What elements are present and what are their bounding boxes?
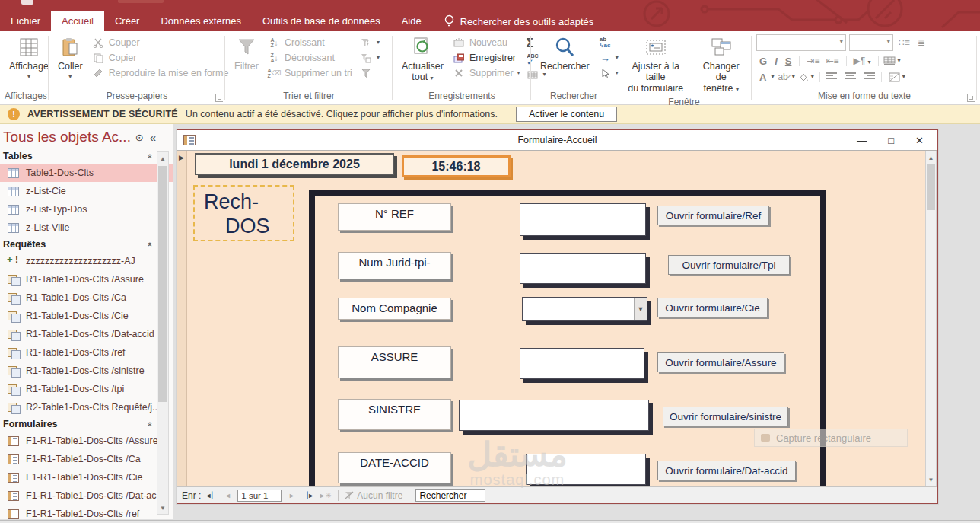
last-record-icon[interactable]: ▕► [301, 490, 315, 502]
copy-button[interactable]: Copier [92, 52, 229, 64]
open-form-dat-accid-button[interactable]: Ouvrir formulaire/Dat-accid [657, 461, 796, 480]
record-position[interactable]: 1 sur 1 [237, 490, 282, 502]
dat-accid-input-field[interactable] [527, 454, 645, 484]
scrollbar-thumb[interactable] [158, 166, 167, 402]
open-form-ref-button[interactable]: Ouvrir formulaire/Ref [657, 206, 769, 225]
goto-button[interactable]: →▾ [599, 52, 619, 64]
text-direction-icon[interactable]: ▶¶ ▾ [851, 56, 873, 66]
tpi-input-field[interactable] [520, 254, 645, 283]
assure-input-field[interactable] [520, 349, 644, 378]
select-button[interactable]: ▾ [599, 67, 619, 79]
scroll-up-icon[interactable]: ▲ [158, 152, 168, 164]
font-size-combo[interactable] [849, 34, 893, 51]
ref-input[interactable] [520, 203, 646, 236]
remove-sort-button[interactable]: AZ⌫ Supprimer un tri [268, 67, 352, 79]
nav-item-form[interactable]: F1-R1-Table1-Dos-Clts /ref [0, 505, 173, 519]
nav-item-table[interactable]: z-List-Typ-Dos [0, 200, 173, 218]
selection-filter-button[interactable]: ▾ [360, 37, 380, 49]
italic-button[interactable]: I [772, 56, 781, 67]
advanced-filter-button[interactable]: ▾ [360, 52, 380, 64]
scrollbar-thumb[interactable] [927, 164, 935, 210]
close-icon[interactable]: ✕ [915, 136, 924, 145]
tpi-input[interactable] [520, 253, 646, 284]
dat-accid-input[interactable] [526, 454, 646, 485]
sinistre-input[interactable] [459, 400, 649, 431]
nav-item-form[interactable]: F1-R1-Table1-Dos-Clts /Dat-ac... [0, 486, 173, 505]
fill-bucket-icon[interactable] [797, 71, 810, 83]
switch-windows-button[interactable]: Changer defenêtre ▾ [695, 34, 747, 95]
underline-button[interactable]: S [782, 56, 795, 67]
no-filter-indicator[interactable]: Aucun filtre [345, 490, 402, 501]
view-button[interactable]: Affichage ▾ [5, 34, 53, 81]
new-blank-record-icon[interactable]: ►✳ [318, 490, 332, 502]
tab-aide[interactable]: Aide [391, 11, 432, 31]
bold-button[interactable]: G [756, 56, 770, 67]
form-window-titlebar[interactable]: Formulaire-Accueil — □ ✕ [177, 130, 937, 151]
cut-button[interactable]: Couper [92, 37, 229, 49]
indent-decrease-icon[interactable]: ⇤≡ [823, 56, 841, 66]
replace-button[interactable]: ab↳ac [599, 37, 619, 49]
sort-descending-button[interactable]: ZA↓ Décroissant [268, 52, 352, 64]
nav-section-formulaires[interactable]: Formulaires » [0, 416, 173, 432]
filter-button[interactable]: Filtrer [230, 34, 263, 73]
find-button[interactable]: Rechercher [536, 34, 594, 73]
combo-dropdown-icon[interactable]: ▼ [634, 298, 647, 320]
nav-item-table[interactable]: z-List-Ville [0, 218, 173, 237]
nav-item-query[interactable]: R1-Table1-Dos-Clts /sinistre [0, 362, 173, 380]
minimize-icon[interactable]: — [857, 136, 867, 145]
record-selector-strip[interactable] [177, 151, 187, 486]
scroll-down-icon[interactable]: ▼ [158, 502, 168, 514]
nav-scrollbar[interactable]: ▲ ▼ [157, 151, 169, 515]
nav-item-form[interactable]: F1-R1-Table1-Dos-Clts /Cie [0, 468, 173, 486]
enable-content-button[interactable]: Activer le contenu [516, 107, 617, 122]
nav-item-query[interactable]: R1-Table1-Dos-Clts /ref [0, 343, 173, 362]
sort-ascending-button[interactable]: AZ↓ Croissant [268, 37, 352, 49]
tab-outils-bdd[interactable]: Outils de base de données [252, 11, 391, 31]
nav-item-table[interactable]: Table1-Dos-Clts [0, 164, 173, 182]
nav-item-query[interactable]: R1-Table1-Dos-Clts /Dat-accid [0, 325, 173, 343]
numbered-list-icon[interactable]: ≣ [915, 37, 928, 48]
toggle-filter-button[interactable] [360, 67, 380, 79]
nav-item-query[interactable]: R1-Table1-Dos-Clts /Cie [0, 307, 173, 325]
refresh-all-button[interactable]: Actualisertout ▾ [397, 34, 448, 85]
highlight-button[interactable]: ab̷ [775, 72, 790, 82]
tab-fichier[interactable]: Fichier [0, 11, 51, 31]
nav-item-form[interactable]: F1-R1-Table1-Dos-Clts /Ca [0, 450, 173, 468]
nav-section-requetes[interactable]: Requêtes » [0, 237, 173, 252]
previous-record-icon[interactable]: ◄ [221, 490, 234, 502]
delete-record-button[interactable]: Supprimer ▾ [453, 67, 520, 79]
format-painter-button[interactable]: Reproduire la mise en forme [92, 67, 229, 79]
nav-item-table[interactable]: z-List-Cie [0, 182, 173, 200]
ref-input-field[interactable] [520, 204, 645, 235]
nav-item-query[interactable]: R1-Table1-Dos-Clts /Assure [0, 270, 173, 289]
dialog-launcher-icon[interactable] [215, 94, 223, 102]
font-name-combo[interactable] [756, 34, 846, 51]
next-record-icon[interactable]: ► [285, 490, 298, 502]
tell-me-search[interactable]: Rechercher des outils adaptés [444, 11, 594, 31]
open-form-tpi-button[interactable]: Ouvrir formulaire/Tpi [668, 255, 790, 275]
nav-item-query[interactable]: R1-Table1-Dos-Clts /tpi [0, 380, 173, 398]
new-record-button[interactable]: Nouveau [453, 37, 520, 49]
align-left-icon[interactable] [826, 72, 837, 81]
nav-section-tables[interactable]: Tables » [0, 148, 173, 164]
sinistre-input-field[interactable] [460, 400, 648, 430]
nav-menu-icon[interactable]: ⊙ [135, 132, 144, 143]
paste-button[interactable]: Coller ▾ [53, 34, 88, 81]
background-image-icon[interactable] [888, 71, 901, 83]
bullet-list-icon[interactable]: ∷≡ [896, 37, 912, 48]
gridlines-icon[interactable] [883, 55, 896, 67]
align-right-icon[interactable] [864, 72, 875, 81]
size-to-fit-button[interactable]: Ajuster à la tailledu formulaire [621, 34, 690, 95]
record-search-input[interactable]: Rechercher [415, 489, 485, 502]
font-color-button[interactable]: A [756, 72, 769, 83]
form-scrollbar[interactable]: ▲ ▼ [925, 151, 937, 486]
save-record-button[interactable]: Enregistrer [453, 52, 520, 64]
compagnie-combo[interactable]: ▼ [522, 297, 648, 321]
nav-pane-header[interactable]: Tous les objets Ac... ⊙ « [0, 124, 173, 148]
indent-increase-icon[interactable]: ⇥≡ [804, 56, 822, 66]
open-form-assure-button[interactable]: Ouvrir formulaire/Assure [657, 352, 784, 372]
nav-item-query[interactable]: R2-Table1-Dos-Clts Requête/j... [0, 398, 173, 416]
compagnie-combo-field[interactable] [523, 298, 647, 320]
open-form-cie-button[interactable]: Ouvrir formulaire/Cie [657, 298, 768, 317]
tab-donnees-externes[interactable]: Données externes [150, 11, 252, 31]
